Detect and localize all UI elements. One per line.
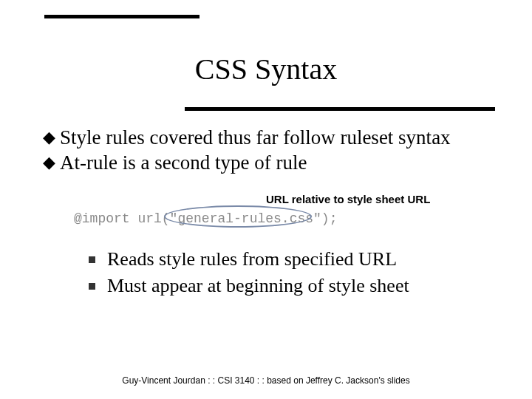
footer-credit: Guy-Vincent Jourdan : : CSI 3140 : : bas… [0, 375, 532, 386]
sub-bullet-item: Reads style rules from specified URL [89, 248, 488, 271]
bullet-text: At-rule is a second type of rule [60, 151, 307, 174]
main-content: ◆ Style rules covered thus far follow ru… [43, 126, 494, 176]
bullet-text: Style rules covered thus far follow rule… [60, 126, 451, 149]
url-annotation: URL relative to style sheet URL [266, 193, 430, 205]
title-underline [185, 107, 495, 111]
diamond-bullet-icon: ◆ [43, 151, 55, 174]
square-bullet-icon [89, 256, 95, 263]
slide-title: CSS Syntax [0, 52, 532, 86]
sub-bullet-item: Must appear at beginning of style sheet [89, 274, 488, 298]
circle-highlight [164, 205, 312, 228]
sub-bullet-list: Reads style rules from specified URL Mus… [89, 248, 488, 301]
bullet-item: ◆ At-rule is a second type of rule [43, 151, 494, 174]
diamond-bullet-icon: ◆ [43, 126, 55, 149]
sub-bullet-text: Reads style rules from specified URL [107, 248, 397, 271]
sub-bullet-text: Must appear at beginning of style sheet [107, 274, 409, 298]
top-accent-bar [44, 15, 200, 18]
bullet-item: ◆ Style rules covered thus far follow ru… [43, 126, 494, 149]
square-bullet-icon [89, 283, 95, 290]
